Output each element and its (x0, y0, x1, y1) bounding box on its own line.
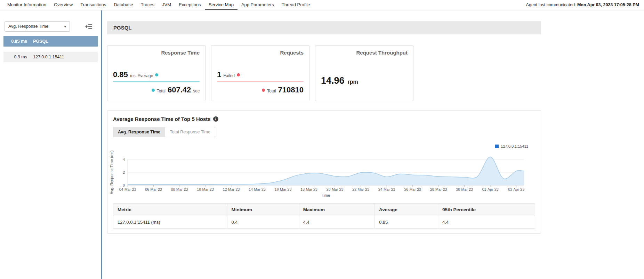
svg-text:16-Mar-23: 16-Mar-23 (275, 187, 292, 191)
cell-maximum: 4.4 (299, 216, 375, 229)
card-title: Request Throughput (321, 50, 408, 56)
card-response-time: Response Time 0.85 ms Average Total 607.… (107, 45, 206, 101)
tab-thread-profile[interactable]: Thread Profile (278, 0, 314, 10)
tab-overview[interactable]: Overview (50, 0, 77, 10)
chart-title-text: Average Response Time of Top 5 Hosts (113, 116, 211, 122)
metric-dropdown[interactable]: Avg. Response Time ▾ (5, 21, 70, 32)
sidebar: Avg. Response Time ▾ 0.85 ms PGSQ (0, 10, 101, 279)
table-header-maximum: Maximum (299, 204, 375, 216)
tab-transactions[interactable]: Transactions (77, 0, 110, 10)
svg-text:22-Mar-23: 22-Mar-23 (352, 187, 369, 191)
total-dot-icon (152, 89, 155, 92)
svg-text:18-Mar-23: 18-Mar-23 (300, 187, 317, 191)
total-label: Total (267, 89, 276, 93)
svg-text:03-Apr-23: 03-Apr-23 (508, 187, 524, 191)
tab-jvm[interactable]: JVM (158, 0, 175, 10)
sidebar-item-host-127-0-0-1[interactable]: 0.9 ms 127.0.0.1:15411 (3, 52, 98, 62)
section-header-pgsql: PGSQL (107, 21, 541, 34)
chart-mode-toggle: Avg. Response Time Total Response Time (113, 127, 215, 137)
cell-metric: 127.0.0.1:15411 (ms) (113, 216, 227, 229)
tab-service-map[interactable]: Service Map (205, 0, 238, 10)
svg-text:12-Mar-23: 12-Mar-23 (223, 187, 240, 191)
card-accent-line (217, 81, 304, 82)
failed-requests-row: 1 Failed (217, 70, 304, 79)
toggle-avg-response-time[interactable]: Avg. Response Time (113, 127, 165, 137)
svg-text:24-Mar-23: 24-Mar-23 (378, 187, 395, 191)
sidebar-toolbar: Avg. Response Time ▾ (0, 21, 101, 32)
agent-last-communicated-label: Agent last communicated: (526, 2, 576, 7)
collapse-sidebar-icon[interactable] (85, 24, 92, 29)
card-title: Requests (217, 50, 304, 56)
item-label: 127.0.0.1:15411 (33, 55, 64, 59)
svg-text:14-Mar-23: 14-Mar-23 (249, 187, 266, 191)
page-body: Avg. Response Time ▾ 0.85 ms PGSQ (0, 10, 644, 279)
tab-monitor-information[interactable]: Monitor Information (3, 0, 50, 10)
chart-legend[interactable]: 127.0.0.1:15411 (107, 144, 528, 148)
failed-label: Failed (223, 73, 235, 78)
toggle-total-response-time[interactable]: Total Response Time (165, 127, 215, 137)
tab-database[interactable]: Database (110, 0, 137, 10)
response-time-chart[interactable]: 02404-Mar-2306-Mar-2308-Mar-2310-Mar-231… (108, 149, 540, 200)
card-title: Response Time (113, 50, 200, 56)
svg-text:01-Apr-23: 01-Apr-23 (482, 187, 499, 191)
legend-swatch (495, 145, 499, 148)
item-metric-value: 0.85 ms (3, 39, 27, 44)
sidebar-item-pgsql[interactable]: 0.85 ms PGSQL (3, 36, 98, 47)
svg-text:2: 2 (123, 170, 125, 174)
svg-text:4: 4 (123, 157, 125, 162)
average-label: Average (138, 73, 153, 78)
table-header-average: Average (375, 204, 438, 216)
metric-dropdown-value: Avg. Response Time (8, 24, 48, 29)
summary-cards: Response Time 0.85 ms Average Total 607.… (107, 45, 541, 101)
tab-traces[interactable]: Traces (137, 0, 158, 10)
total-dot-icon (262, 89, 265, 92)
avg-response-time-section: Average Response Time of Top 5 Hosts i A… (107, 110, 541, 234)
cell-minimum: 0.4 (227, 216, 299, 229)
card-accent-line (113, 81, 200, 82)
metrics-table: Metric Minimum Maximum Average 95th Perc… (113, 203, 535, 229)
table-header-minimum: Minimum (227, 204, 299, 216)
svg-text:08-Mar-23: 08-Mar-23 (171, 187, 188, 191)
svg-text:28-Mar-23: 28-Mar-23 (430, 187, 447, 191)
failed-dot-icon (237, 73, 240, 76)
total-value: 710810 (278, 85, 304, 95)
item-label: PGSQL (33, 39, 48, 44)
throughput-value: 14.96 (321, 75, 345, 86)
average-unit: ms (130, 73, 136, 78)
tab-exceptions[interactable]: Exceptions (175, 0, 205, 10)
total-response-row: Total 607.42 sec (113, 85, 200, 95)
throughput-row: 14.96 rpm (321, 75, 408, 86)
average-dot-icon (155, 73, 158, 76)
nav-tabs: Monitor Information Overview Transaction… (3, 0, 314, 10)
table-header-row: Metric Minimum Maximum Average 95th Perc… (113, 204, 535, 216)
table-header-95th-percentile: 95th Percentile (438, 204, 535, 216)
cell-average: 0.85 (375, 216, 438, 229)
agent-last-communicated-time: Mon Apr 03, 2023 17:05:28 PM (577, 2, 639, 7)
chart-section-title: Average Response Time of Top 5 Hosts i (107, 116, 541, 122)
card-requests: Requests 1 Failed Total 710810 (211, 45, 309, 101)
total-value: 607.42 (168, 85, 191, 95)
svg-text:30-Mar-23: 30-Mar-23 (456, 187, 473, 191)
svg-text:26-Mar-23: 26-Mar-23 (404, 187, 421, 191)
svg-text:20-Mar-23: 20-Mar-23 (327, 187, 344, 191)
table-row: 127.0.0.1:15411 (ms) 0.4 4.4 0.85 4.4 (113, 216, 535, 229)
cell-95th-percentile: 4.4 (438, 216, 535, 229)
svg-text:Time: Time (322, 193, 330, 197)
average-response-row: 0.85 ms Average (113, 70, 200, 79)
total-requests-row: Total 710810 (217, 85, 304, 95)
top-nav: Monitor Information Overview Transaction… (0, 0, 644, 10)
svg-text:04-Mar-23: 04-Mar-23 (119, 187, 136, 191)
tab-app-parameters[interactable]: App Parameters (238, 0, 278, 10)
svg-text:06-Mar-23: 06-Mar-23 (145, 187, 162, 191)
svg-text:0: 0 (123, 183, 125, 187)
table-header-metric: Metric (113, 204, 227, 216)
throughput-unit: rpm (348, 79, 358, 85)
info-icon[interactable]: i (213, 116, 218, 122)
card-request-throughput: Request Throughput 14.96 rpm (315, 45, 413, 101)
total-unit: sec (193, 89, 200, 93)
svg-text:10-Mar-23: 10-Mar-23 (197, 187, 214, 191)
chevron-down-icon: ▾ (64, 24, 66, 29)
host-list: 0.85 ms PGSQL 0.9 ms 127.0.0.1:15411 (0, 36, 101, 62)
main-panel: PGSQL Response Time 0.85 ms Average Tota… (101, 10, 644, 279)
legend-label: 127.0.0.1:15411 (501, 144, 528, 148)
